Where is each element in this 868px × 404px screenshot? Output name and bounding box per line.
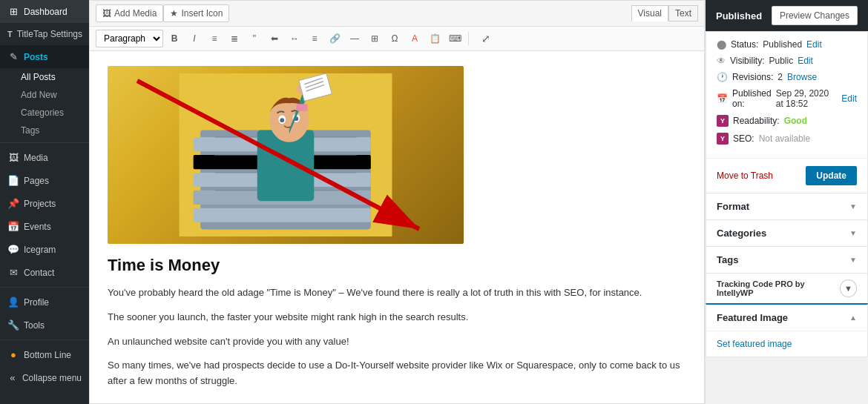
add-media-button[interactable]: 🖼 Add Media (96, 4, 163, 22)
published-edit-link[interactable]: Edit (841, 93, 857, 104)
categories-chevron: ▼ (849, 229, 857, 237)
toolbar-divider (468, 32, 469, 45)
align-center-button[interactable]: ↔ (286, 30, 303, 47)
sidebar-item-posts[interactable]: ✎ Posts (0, 45, 89, 68)
visual-tab[interactable]: Visual (631, 5, 668, 21)
sidebar-item-contact[interactable]: ✉ Contact (0, 261, 89, 284)
status-icon: ⬤ (717, 39, 726, 50)
sidebar-item-label: Bottom Line (24, 350, 71, 360)
post-image-svg (174, 73, 397, 236)
seo-row: Y SEO: Not available (717, 133, 857, 145)
format-header[interactable]: Format ▼ (706, 193, 867, 219)
paste-button[interactable]: 📋 (426, 30, 444, 47)
sidebar-item-label: Posts (24, 52, 48, 62)
visibility-row: 👁 Visibility: Public Edit (717, 56, 857, 66)
custom-chars-button[interactable]: Ω (386, 30, 404, 47)
align-right-button[interactable]: ≡ (306, 30, 323, 47)
sidebar-item-icegram[interactable]: 💬 Icegram (0, 238, 89, 261)
sidebar-item-label: Icegram (24, 245, 56, 255)
sidebar-item-label: TitleTap Settings (17, 29, 82, 39)
sidebar-item-titletap[interactable]: T TitleTap Settings (0, 23, 89, 45)
post-paragraph-3: An unlaunched website can't provide you … (108, 334, 686, 350)
set-featured-image-link[interactable]: Set featured image (717, 339, 792, 349)
move-to-trash-link[interactable]: Move to Trash (717, 170, 773, 181)
calendar-icon: 📅 (717, 93, 728, 104)
editor-panel: 🖼 Add Media ★ Insert Icon Visual Text Pa… (89, 0, 705, 404)
ordered-list-button[interactable]: ≣ (226, 30, 243, 47)
publish-actions: Move to Trash Update (706, 158, 867, 193)
table-button[interactable]: ⊞ (366, 30, 384, 47)
featured-image-header[interactable]: Featured Image ▲ (706, 305, 867, 331)
post-featured-image (108, 66, 464, 244)
sidebar-item-label: Collapse menu (22, 373, 82, 383)
tags-header[interactable]: Tags ▼ (706, 247, 867, 273)
sidebar-item-bottom-line[interactable]: ● Bottom Line (0, 343, 89, 366)
visibility-edit-link[interactable]: Edit (798, 56, 813, 66)
insert-icon-button[interactable]: ★ Insert Icon (163, 4, 229, 22)
revisions-icon: 🕐 (717, 72, 728, 82)
svg-rect-6 (194, 208, 371, 222)
fullscreen-button[interactable]: ⤢ (478, 30, 494, 47)
revisions-row: 🕐 Revisions: 2 Browse (717, 72, 857, 82)
text-tab[interactable]: Text (668, 5, 698, 21)
sidebar-item-pages[interactable]: 📄 Pages (0, 169, 89, 192)
top-toolbar: 🖼 Add Media ★ Insert Icon Visual Text (90, 1, 704, 27)
published-on-row: 📅 Published on: Sep 29, 2020 at 18:52 Ed… (717, 88, 857, 109)
italic-button[interactable]: I (185, 30, 203, 47)
post-title: Time is Money (108, 256, 686, 275)
update-button[interactable]: Update (806, 166, 857, 185)
sidebar-sub-all-posts[interactable]: All Posts (0, 68, 89, 86)
tags-chevron: ▼ (849, 256, 857, 264)
categories-section: Categories ▼ (706, 219, 868, 247)
featured-image-section: Featured Image ▲ Set featured image (706, 303, 868, 357)
seo-icon: Y (717, 133, 729, 145)
status-edit-link[interactable]: Edit (806, 39, 822, 50)
paragraph-select[interactable]: Paragraph (96, 30, 163, 47)
more-button[interactable]: — (346, 30, 364, 47)
sidebar-item-label: Media (24, 153, 48, 163)
preview-changes-button[interactable]: Preview Changes (772, 6, 858, 25)
svg-point-15 (280, 118, 284, 122)
editor-body[interactable]: Time is Money You've probably heard the … (90, 51, 704, 403)
contact-icon: ✉ (7, 267, 19, 278)
sidebar-item-label: Contact (24, 268, 54, 278)
insert-icon-icon: ★ (170, 8, 178, 19)
tracking-toggle-button[interactable]: ▼ (840, 279, 857, 297)
projects-icon: 📌 (7, 198, 19, 209)
format-toolbar: Paragraph B I ≡ ≣ " ⬅ ↔ ≡ 🔗 — ⊞ Ω A 📋 ⌨ … (90, 27, 704, 51)
right-sidebar: Published Preview Changes ⬤ Status: Publ… (705, 0, 868, 404)
post-paragraph-4: So many times, we've had prospects decid… (108, 358, 686, 389)
blockquote-button[interactable]: " (246, 30, 263, 47)
align-left-button[interactable]: ⬅ (266, 30, 283, 47)
svg-rect-22 (296, 104, 307, 111)
sidebar-item-label: Profile (24, 297, 49, 308)
revisions-browse-link[interactable]: Browse (787, 72, 817, 82)
tracking-section: Tracking Code PRO by IntellyWP ▼ (706, 273, 868, 304)
sidebar-item-tools[interactable]: 🔧 Tools (0, 314, 89, 337)
categories-header[interactable]: Categories ▼ (706, 220, 867, 246)
readability-icon: Y (717, 115, 729, 127)
featured-image-chevron: ▲ (849, 314, 857, 322)
link-button[interactable]: 🔗 (326, 30, 343, 47)
sidebar-item-label: Pages (24, 176, 49, 186)
sidebar-item-dashboard[interactable]: ⊞ Dashboard (0, 0, 89, 23)
color-button[interactable]: A (406, 30, 424, 47)
sidebar-item-label: Tools (24, 320, 45, 331)
sidebar-item-media[interactable]: 🖼 Media (0, 146, 89, 169)
publish-panel: ⬤ Status: Published Edit 👁 Visibility: P… (706, 31, 868, 193)
visibility-icon: 👁 (717, 56, 726, 66)
sidebar-sub-tags[interactable]: Tags (0, 122, 89, 139)
titletap-icon: T (7, 30, 13, 39)
sidebar-item-projects[interactable]: 📌 Projects (0, 192, 89, 215)
unordered-list-button[interactable]: ≡ (206, 30, 223, 47)
sidebar-item-collapse[interactable]: « Collapse menu (0, 366, 89, 389)
sidebar-item-label: Dashboard (24, 7, 68, 17)
publish-panel-title: Published Preview Changes (706, 0, 868, 31)
code-button[interactable]: ⌨ (446, 30, 464, 47)
format-section: Format ▼ (706, 193, 868, 220)
sidebar-sub-categories[interactable]: Categories (0, 104, 89, 122)
sidebar-item-events[interactable]: 📅 Events (0, 215, 89, 238)
bold-button[interactable]: B (165, 30, 183, 47)
sidebar-sub-add-new[interactable]: Add New (0, 86, 89, 104)
sidebar-item-profile[interactable]: 👤 Profile (0, 291, 89, 314)
